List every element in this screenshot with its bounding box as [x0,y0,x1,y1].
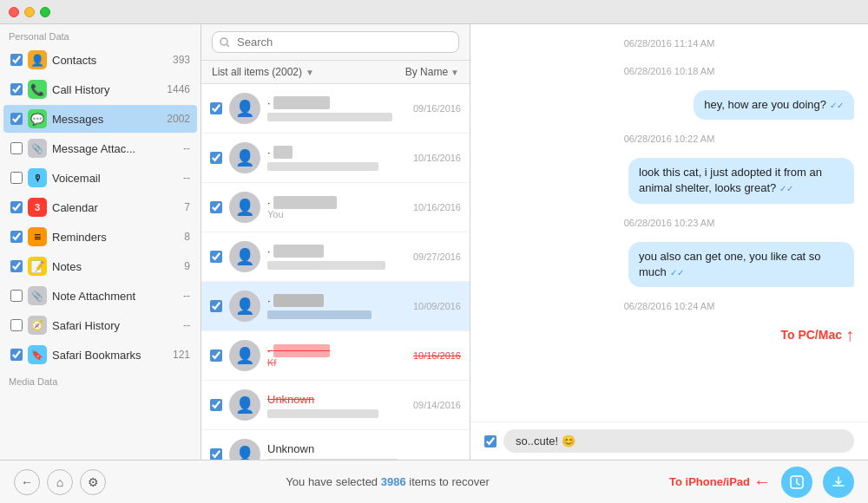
safarihistory-checkbox[interactable] [10,319,23,331]
list-dropdown-arrow[interactable]: ▼ [306,68,314,77]
to-iphone-arrow: ← [753,472,771,492]
item-checkbox[interactable] [210,201,222,213]
chat-date: 06/28/2016 10:24 AM [484,301,854,311]
avatar: 👤 [229,291,260,322]
sidebar-item-msgattach[interactable]: 📎 Message Attac... -- [3,134,197,162]
close-button[interactable] [9,7,19,17]
reminders-checkbox[interactable] [10,231,23,243]
chat-message-sent: you also can get one, you like cat so mu… [484,242,854,287]
voicemail-checkbox[interactable] [10,172,23,184]
item-checkbox[interactable] [210,251,222,263]
voicemail-icon: 🎙 [28,168,47,187]
calendar-label: Calendar [52,201,179,214]
search-input[interactable] [212,31,459,53]
list-count-label: List all items (2002) [212,66,302,78]
status-text: You have selected 3986 items to recover [286,475,489,488]
bottom-checkbox[interactable] [484,435,496,447]
list-item[interactable]: 👤 · 19476579 09/27/2016 [201,232,470,282]
sidebar-item-voicemail[interactable]: 🎙 Voicemail -- [3,164,197,192]
list-item[interactable]: 👤 Unknown 09/14/2016 [201,381,470,430]
avatar: 👤 [229,93,260,124]
chat-messages: 06/28/2016 11:14 AM 06/28/2016 10:18 AM … [470,24,868,421]
sidebar-item-noteattach[interactable]: 📎 Note Attachment -- [3,282,197,310]
avatar: 👤 [229,439,260,460]
list-item[interactable]: 👤 · 628140821 09/16/2016 [201,84,470,134]
calendar-count: 7 [184,201,190,213]
msgattach-label: Message Attac... [52,142,178,155]
sidebar-item-messages[interactable]: 💬 Messages 2002 [3,105,197,133]
status-suffix: items to recover [406,475,490,488]
chat-date: 06/28/2016 10:23 AM [484,218,854,228]
export-to-pc-button[interactable] [823,467,854,498]
message-list: 👤 · 628140821 09/16/2016 👤 · 533 10/ [201,84,470,460]
item-checkbox[interactable] [210,349,222,362]
list-item[interactable]: 👤 · 28741237 10/09/2016 [201,282,470,331]
msgattach-checkbox[interactable] [10,142,23,154]
sidebar-item-safarihistory[interactable]: 🧭 Safari History -- [3,311,197,339]
safaribookmarks-label: Safari Bookmarks [52,349,168,362]
item-checkbox[interactable] [210,102,222,114]
list-item[interactable]: 👤 · 8583382040 You 10/16/2016 [201,183,470,232]
callhistory-checkbox[interactable] [10,83,23,95]
list-item[interactable]: 👤 · 328741237 Kf 10/16/2016 [201,331,470,381]
list-item[interactable]: 👤 · 533 10/16/2016 [201,134,470,183]
noteattach-checkbox[interactable] [10,290,23,302]
maximize-button[interactable] [40,7,50,17]
sort-dropdown[interactable]: By Name ▼ [405,66,459,78]
nav-buttons: ← ⌂ ⚙ [14,469,106,495]
contacts-checkbox[interactable] [10,54,23,66]
msg-date: 09/16/2016 [413,103,461,114]
chat-date: 06/28/2016 11:14 AM [484,38,854,49]
to-iphone-annotation: To iPhone/iPad ← [669,472,771,492]
msg-preview [267,409,378,418]
back-button[interactable]: ← [14,469,40,495]
sidebar: Personal Data 👤 Contacts 393 📞 Call Hist… [0,24,201,460]
messages-checkbox[interactable] [10,113,23,125]
sort-dropdown-arrow[interactable]: ▼ [450,68,459,77]
msg-name: · 28741237 [267,294,406,307]
home-button[interactable]: ⌂ [47,469,73,495]
restore-to-device-button[interactable] [781,467,812,498]
export-icon [831,474,846,490]
msg-date: 10/16/2016 [413,350,461,361]
list-item[interactable]: 👤 Unknown [201,430,470,460]
sidebar-item-callhistory[interactable]: 📞 Call History 1446 [3,75,197,103]
item-checkbox[interactable] [210,399,222,411]
sidebar-item-contacts[interactable]: 👤 Contacts 393 [3,46,197,74]
reminders-label: Reminders [52,231,179,244]
to-pc-annotation: To PC/Mac ↑ [484,325,854,345]
chat-panel: 06/28/2016 11:14 AM 06/28/2016 10:18 AM … [470,24,868,460]
safaribookmarks-checkbox[interactable] [10,349,23,361]
item-checkbox[interactable] [210,448,222,460]
chat-bubble: you also can get one, you like cat so mu… [628,242,854,287]
sidebar-item-reminders[interactable]: ≡ Reminders 8 [3,223,197,251]
noteattach-icon: 📎 [28,286,47,305]
notes-checkbox[interactable] [10,260,23,272]
list-header-left[interactable]: List all items (2002) ▼ [212,66,314,78]
msg-info: Unknown [267,393,406,418]
notes-icon: 📝 [28,257,47,276]
msg-date: 09/27/2016 [413,252,461,262]
sidebar-item-notes[interactable]: 📝 Notes 9 [3,252,197,280]
msg-preview [267,310,372,319]
noteattach-label: Note Attachment [52,290,178,303]
sidebar-item-safaribookmarks[interactable]: 🔖 Safari Bookmarks 121 [3,341,197,369]
safarihistory-label: Safari History [52,319,178,332]
avatar: 👤 [229,389,260,421]
item-checkbox[interactable] [210,152,222,164]
safarihistory-icon: 🧭 [28,316,47,335]
msg-name: · 628140821 [267,96,406,109]
msg-date: 10/16/2016 [413,202,461,212]
minimize-button[interactable] [24,7,35,17]
calendar-checkbox[interactable] [10,201,23,213]
messages-icon: 💬 [28,109,47,128]
settings-button[interactable]: ⚙ [80,469,106,495]
avatar: 👤 [229,142,260,173]
reminders-icon: ≡ [28,227,47,246]
msg-subtitle: You [267,209,406,219]
action-buttons: To iPhone/iPad ← [669,467,854,498]
item-checkbox[interactable] [210,300,222,312]
msg-date: 09/14/2016 [413,400,461,410]
sidebar-item-calendar[interactable]: 3 Calendar 7 [3,193,197,221]
msg-info: · 533 [267,146,406,171]
